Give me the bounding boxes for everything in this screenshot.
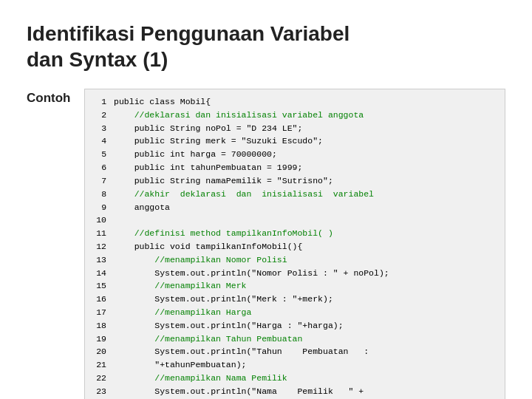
line-number: 2 <box>89 109 114 122</box>
line-number: 19 <box>89 332 114 346</box>
code-line: 1public class Mobil{ <box>89 95 496 109</box>
code-line: 5 public int harga = 70000000; <box>89 148 496 161</box>
content-row: Contoh 1public class Mobil{2 //deklarasi… <box>27 89 505 399</box>
line-content: System.out.println("Nama Pemilik " + <box>114 385 496 398</box>
contoh-label: Contoh <box>27 89 71 106</box>
line-number: 5 <box>89 148 114 161</box>
line-number: 17 <box>89 306 114 319</box>
line-content: public void tampilkanInfoMobil(){ <box>114 240 496 253</box>
code-line: 11 //definisi method tampilkanInfoMobil(… <box>89 227 496 240</box>
code-line: 19 //menampilkan Tahun Pembuatan <box>89 332 496 346</box>
line-content: System.out.println("Nomor Polisi : " + n… <box>114 267 496 280</box>
code-line: 9 anggota <box>89 201 496 214</box>
line-number: 4 <box>89 134 114 148</box>
line-number: 16 <box>89 293 114 306</box>
code-line: 17 //menampilkan Harga <box>89 306 496 319</box>
line-content: System.out.println("Harga : "+harga); <box>114 319 496 332</box>
code-line: 10 <box>89 214 496 227</box>
code-line: 8 //akhir deklarasi dan inisialisasi var… <box>89 188 496 201</box>
line-content: anggota <box>114 201 496 214</box>
line-content: public String noPol = "D 234 LE"; <box>114 122 496 135</box>
line-number: 22 <box>89 372 114 385</box>
line-content: //akhir deklarasi dan inisialisasi varia… <box>114 188 496 201</box>
line-content: //menampilkan Nama Pemilik <box>114 372 496 385</box>
line-content: System.out.println("Merk : "+merk); <box>114 293 496 306</box>
line-content: public int harga = 70000000; <box>114 148 496 161</box>
line-content: //menampilkan Harga <box>114 306 496 319</box>
code-line: 18 System.out.println("Harga : "+harga); <box>89 319 496 332</box>
code-line: 15 //menampilkan Merk <box>89 279 496 293</box>
line-number: 15 <box>89 279 114 293</box>
line-number: 12 <box>89 240 114 253</box>
line-number: 18 <box>89 319 114 332</box>
code-line: 2 //deklarasi dan inisialisasi variabel … <box>89 109 496 122</box>
line-content: public class Mobil{ <box>114 95 496 109</box>
line-number: 9 <box>89 201 114 214</box>
line-number: 20 <box>89 345 114 358</box>
line-number: 10 <box>89 214 114 227</box>
slide: Identifikasi Penggunaan Variabel dan Syn… <box>0 0 532 399</box>
code-line: 21 "+tahunPembuatan); <box>89 358 496 372</box>
line-number: 14 <box>89 267 114 280</box>
code-line: 23 System.out.println("Nama Pemilik " + <box>89 385 496 398</box>
code-line: 6 public int tahunPembuatan = 1999; <box>89 161 496 174</box>
line-content: //definisi method tampilkanInfoMobil( ) <box>114 227 496 240</box>
line-number: 1 <box>89 95 114 109</box>
code-line: 4 public String merk = "Suzuki Escudo"; <box>89 134 496 148</box>
code-box: 1public class Mobil{2 //deklarasi dan in… <box>84 89 505 399</box>
code-line: 16 System.out.println("Merk : "+merk); <box>89 293 496 306</box>
line-number: 3 <box>89 122 114 135</box>
line-content: //menampilkan Merk <box>114 279 496 293</box>
line-number: 6 <box>89 161 114 174</box>
line-content: public String namaPemilik = "Sutrisno"; <box>114 174 496 188</box>
slide-title: Identifikasi Penggunaan Variabel dan Syn… <box>27 21 505 72</box>
line-number: 23 <box>89 385 114 398</box>
code-line: 14 System.out.println("Nomor Polisi : " … <box>89 267 496 280</box>
line-content: public int tahunPembuatan = 1999; <box>114 161 496 174</box>
line-number: 21 <box>89 358 114 372</box>
line-content: //deklarasi dan inisialisasi variabel an… <box>114 109 496 122</box>
code-line: 7 public String namaPemilik = "Sutrisno"… <box>89 174 496 188</box>
line-content <box>114 214 496 227</box>
line-number: 13 <box>89 253 114 267</box>
line-number: 8 <box>89 188 114 201</box>
code-line: 22 //menampilkan Nama Pemilik <box>89 372 496 385</box>
line-number: 11 <box>89 227 114 240</box>
line-content: System.out.println("Tahun Pembuatan : <box>114 345 496 358</box>
code-table: 1public class Mobil{2 //deklarasi dan in… <box>89 95 496 399</box>
code-line: 12 public void tampilkanInfoMobil(){ <box>89 240 496 253</box>
code-line: 3 public String noPol = "D 234 LE"; <box>89 122 496 135</box>
line-content: //menampilkan Nomor Polisi <box>114 253 496 267</box>
line-number: 7 <box>89 174 114 188</box>
code-line: 20 System.out.println("Tahun Pembuatan : <box>89 345 496 358</box>
line-content: //menampilkan Tahun Pembuatan <box>114 332 496 346</box>
line-content: public String merk = "Suzuki Escudo"; <box>114 134 496 148</box>
code-line: 13 //menampilkan Nomor Polisi <box>89 253 496 267</box>
line-content: "+tahunPembuatan); <box>114 358 496 372</box>
